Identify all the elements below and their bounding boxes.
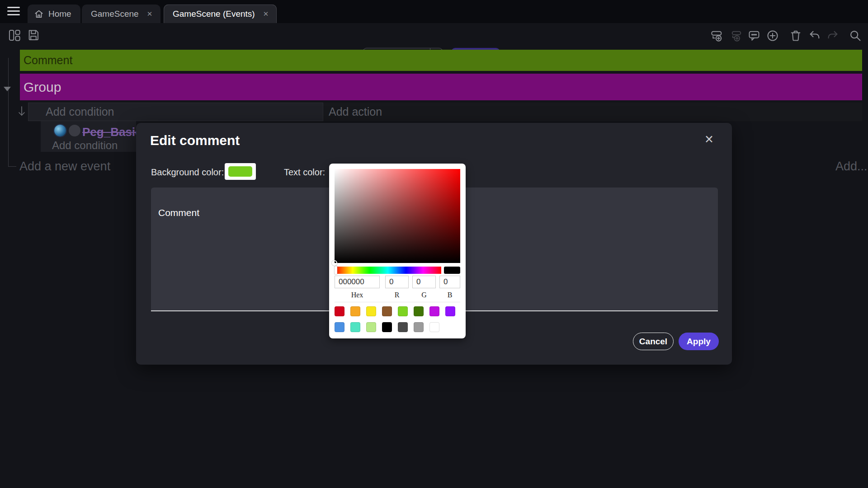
close-tab-icon[interactable]: ✕ <box>147 10 153 18</box>
tree-connector <box>8 58 9 166</box>
add-other-event-icon[interactable] <box>766 29 779 42</box>
red-label: R <box>385 291 409 299</box>
group-event-row[interactable]: Group <box>20 74 862 100</box>
sub-event-row[interactable]: Peg_Basic Add condition <box>41 121 136 152</box>
background-color-label: Background color: <box>151 167 224 178</box>
events-toolbar: Preview Publish <box>0 23 868 47</box>
preset-color-swatch[interactable] <box>414 306 424 316</box>
close-tab-icon[interactable]: ✕ <box>263 10 269 18</box>
search-icon[interactable] <box>849 29 862 42</box>
tab-label: GameScene <box>91 9 139 19</box>
red-input[interactable] <box>385 276 409 288</box>
text-color-label: Text color: <box>284 167 325 178</box>
add-subevent-icon[interactable] <box>730 29 743 42</box>
add-new-event-button[interactable]: Add a new event <box>19 160 110 174</box>
object-event-name[interactable]: Peg_Basic <box>82 125 142 139</box>
preset-color-swatch[interactable] <box>398 306 408 316</box>
current-color-preview <box>444 267 460 274</box>
tab-bar: Home GameScene ✕ GameScene (Events) ✕ <box>0 0 868 23</box>
saturation-area[interactable] <box>335 169 460 263</box>
save-icon[interactable] <box>27 29 40 42</box>
green-label: G <box>412 291 436 299</box>
add-condition-sub[interactable]: Add condition <box>52 139 118 152</box>
hue-slider[interactable] <box>335 267 441 274</box>
menu-icon[interactable] <box>7 7 20 17</box>
object-placeholder-icon <box>69 125 80 136</box>
add-comment-icon[interactable] <box>748 29 760 42</box>
tab-gamescene[interactable]: GameScene ✕ <box>82 5 160 23</box>
preset-color-swatch[interactable] <box>414 322 424 332</box>
preset-color-swatch[interactable] <box>366 306 376 316</box>
preset-color-swatch[interactable] <box>445 306 455 316</box>
hex-input[interactable] <box>335 276 380 288</box>
picker-divider <box>335 302 460 302</box>
background-color-value <box>228 166 252 177</box>
delete-icon[interactable] <box>789 29 802 42</box>
preset-color-swatch[interactable] <box>350 322 360 332</box>
close-icon[interactable]: ✕ <box>704 133 714 146</box>
tab-label: Home <box>48 9 71 19</box>
saturation-pointer[interactable] <box>332 260 337 266</box>
tab-gamescene-events[interactable]: GameScene (Events) ✕ <box>164 5 277 23</box>
hue-slider-handle[interactable] <box>335 266 337 274</box>
layout-panels-icon[interactable] <box>8 29 21 42</box>
color-picker-popup: Hex R G B <box>329 164 466 338</box>
add-more-button[interactable]: Add... <box>835 160 868 174</box>
gdevelop-app: Home GameScene ✕ GameScene (Events) ✕ <box>0 0 868 488</box>
preset-color-swatch[interactable] <box>366 322 376 332</box>
blue-label: B <box>439 291 460 299</box>
add-action-row[interactable]: Add action <box>323 103 862 121</box>
group-expander-icon[interactable] <box>4 87 11 91</box>
preset-swatches <box>335 306 462 338</box>
undo-icon[interactable] <box>808 29 821 42</box>
redo-icon[interactable] <box>826 29 839 42</box>
preset-color-swatch[interactable] <box>382 322 392 332</box>
cancel-button[interactable]: Cancel <box>633 333 674 350</box>
green-input[interactable] <box>412 276 436 288</box>
tree-connector <box>8 166 16 167</box>
tab-label: GameScene (Events) <box>173 9 255 19</box>
add-action-label: Add action <box>329 105 382 118</box>
object-sprite-icon <box>54 125 66 136</box>
dialog-title: Edit comment <box>150 133 240 148</box>
preset-color-swatch[interactable] <box>335 322 344 332</box>
comment-event-row[interactable]: Comment <box>20 50 862 71</box>
preset-color-swatch[interactable] <box>429 306 439 316</box>
comment-event-text: Comment <box>24 54 72 67</box>
group-event-text: Group <box>24 80 61 95</box>
hex-label: Hex <box>335 291 380 299</box>
add-condition-row[interactable]: Add condition <box>28 103 323 121</box>
blue-input[interactable] <box>439 276 460 288</box>
apply-button[interactable]: Apply <box>679 333 719 350</box>
tab-home[interactable]: Home <box>28 5 80 23</box>
preset-color-swatch[interactable] <box>350 306 360 316</box>
add-condition-label: Add condition <box>46 105 114 118</box>
preset-color-swatch[interactable] <box>335 306 344 316</box>
preset-color-swatch[interactable] <box>398 322 408 332</box>
preset-color-swatch[interactable] <box>429 322 439 332</box>
background-color-swatch[interactable] <box>225 163 256 180</box>
home-icon <box>34 9 44 19</box>
preset-color-swatch[interactable] <box>382 306 392 316</box>
add-event-icon[interactable] <box>711 29 723 42</box>
subevent-arrow-icon <box>17 106 26 120</box>
